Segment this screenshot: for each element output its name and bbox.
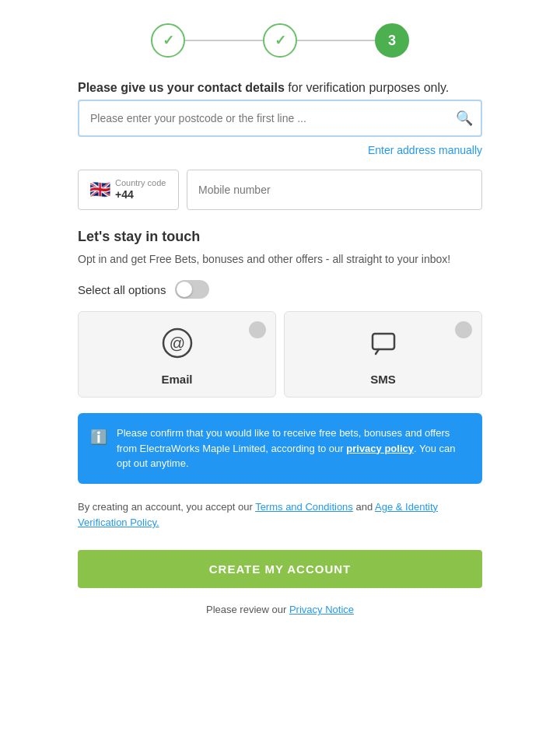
section-title-rest: for verification purposes only. xyxy=(285,81,449,94)
email-icon: @ xyxy=(162,327,193,365)
step-2: ✓ xyxy=(263,23,297,58)
enter-manual-container: Enter address manually xyxy=(78,143,482,157)
section-title: Please give us your contact details for … xyxy=(78,81,482,95)
email-toggle[interactable] xyxy=(249,321,266,338)
privacy-notice: Please review our Privacy Notice xyxy=(78,604,482,615)
search-icon: 🔍 xyxy=(456,110,473,127)
terms-text: By creating an account, you accept our T… xyxy=(78,499,482,532)
sms-toggle[interactable] xyxy=(455,321,472,338)
step-line-2 xyxy=(297,40,375,41)
sms-label: SMS xyxy=(370,373,396,386)
privacy-notice-link[interactable]: Privacy Notice xyxy=(289,604,354,615)
info-icon: ℹ️ xyxy=(90,427,107,471)
sms-icon xyxy=(368,327,399,365)
enter-address-manually-link[interactable]: Enter address manually xyxy=(368,144,482,156)
postcode-input[interactable] xyxy=(78,100,482,137)
step-3: 3 xyxy=(375,23,409,58)
step-1: ✓ xyxy=(151,23,185,58)
terms-prefix: By creating an account, you accept our xyxy=(78,501,255,513)
phone-row: 🇬🇧 Country code +44 xyxy=(78,170,482,210)
sms-option-card[interactable]: SMS xyxy=(284,311,482,398)
privacy-prefix: Please review our xyxy=(206,604,289,615)
country-code-box[interactable]: 🇬🇧 Country code +44 xyxy=(78,170,179,210)
touch-description: Opt in and get Free Bets, bonuses and ot… xyxy=(78,251,482,268)
options-row: @ Email SMS xyxy=(78,311,482,398)
country-code-text: +44 xyxy=(115,188,134,201)
flag-icon: 🇬🇧 xyxy=(89,180,110,200)
main-content: Please give us your contact details for … xyxy=(78,81,482,615)
select-all-toggle[interactable] xyxy=(175,280,209,299)
touch-title: Let's stay in touch xyxy=(78,229,482,245)
email-option-card[interactable]: @ Email xyxy=(78,311,276,398)
svg-text:@: @ xyxy=(169,334,184,352)
mobile-input[interactable] xyxy=(187,170,482,210)
terms-and: and xyxy=(353,501,375,513)
toggle-thumb xyxy=(177,282,192,297)
info-box: ℹ️ Please confirm that you would like to… xyxy=(78,413,482,484)
postcode-container: 🔍 xyxy=(78,100,482,137)
create-account-button[interactable]: CREATE MY ACCOUNT xyxy=(78,550,482,588)
country-label: Country code xyxy=(115,178,166,187)
terms-conditions-link[interactable]: Terms and Conditions xyxy=(255,501,353,513)
section-title-bold: Please give us your contact details xyxy=(78,81,285,94)
info-text: Please confirm that you would like to re… xyxy=(117,426,470,471)
select-all-label: Select all options xyxy=(78,283,166,296)
select-all-row: Select all options xyxy=(78,280,482,299)
country-code-info: Country code +44 xyxy=(115,178,166,201)
stepper: ✓ ✓ 3 xyxy=(78,23,482,58)
privacy-policy-link[interactable]: privacy policy xyxy=(346,443,414,454)
step-line-1 xyxy=(185,40,263,41)
svg-rect-2 xyxy=(373,334,394,349)
email-label: Email xyxy=(161,373,192,386)
